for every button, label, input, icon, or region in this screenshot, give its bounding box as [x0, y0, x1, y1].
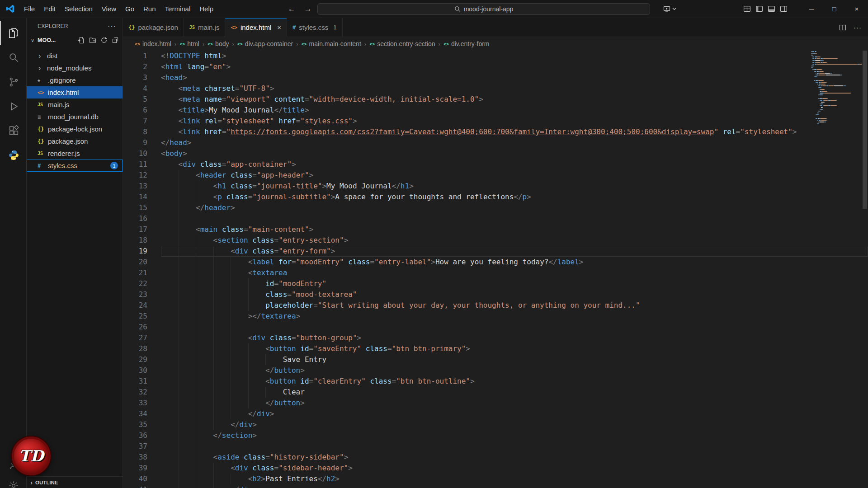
tab-package.json[interactable]: {}package.json	[123, 18, 184, 37]
file-row-node_modules[interactable]: ›node_modules	[27, 62, 123, 74]
minimize-button[interactable]: ─	[800, 0, 823, 18]
code-line-39[interactable]: 39 <div class="sidebar-header">	[123, 463, 868, 474]
breadcrumb-item-section.entry-section[interactable]: <>section.entry-section	[369, 40, 435, 47]
explorer-activity-button[interactable]	[0, 21, 26, 45]
menu-go[interactable]: Go	[121, 3, 139, 14]
refresh-button[interactable]	[100, 37, 108, 44]
code-line-4[interactable]: 4 <meta charset="UTF-8">	[123, 83, 868, 94]
code-line-29[interactable]: 29 Save Entry	[123, 354, 868, 365]
code-line-33[interactable]: 33 </button>	[123, 398, 868, 408]
file-row-index.html[interactable]: <>index.html	[27, 86, 123, 99]
code-line-14[interactable]: 14 <p class="journal-subtitle">A space f…	[123, 192, 868, 202]
command-center-search[interactable]: mood-journal-app	[317, 3, 650, 15]
code-line-3[interactable]: 3<head>	[123, 72, 868, 83]
code-line-26[interactable]: 26	[123, 322, 868, 333]
code-editor[interactable]: 1<!DOCTYPE html>2<html lang="en">3<head>…	[123, 51, 868, 488]
code-line-38[interactable]: 38 <aside class="history-sidebar">	[123, 452, 868, 463]
code-line-12[interactable]: 12 <header class="app-header">	[123, 170, 868, 181]
customize-layout-icon[interactable]	[743, 5, 751, 13]
code-line-28[interactable]: 28 <button id="saveEntry" class="btn btn…	[123, 343, 868, 354]
code-line-15[interactable]: 15 </header>	[123, 202, 868, 213]
code-line-1[interactable]: 1<!DOCTYPE html>	[123, 51, 868, 61]
file-row-dist[interactable]: ›dist	[27, 50, 123, 62]
file-row-.gitignore[interactable]: ◆.gitignore	[27, 74, 123, 86]
code-line-20[interactable]: 20 <label for="moodEntry" class="entry-l…	[123, 257, 868, 267]
code-line-7[interactable]: 7 <link rel="stylesheet" href="styles.cs…	[123, 116, 868, 127]
python-activity-button[interactable]	[0, 143, 26, 167]
file-row-styles.css[interactable]: #styles.css1	[27, 160, 123, 172]
code-line-31[interactable]: 31 <button id="clearEntry" class="btn bt…	[123, 376, 868, 387]
code-line-36[interactable]: 36 </section>	[123, 430, 868, 441]
breadcrumb-item-html[interactable]: <>html	[179, 40, 199, 47]
extensions-activity-button[interactable]	[0, 118, 26, 143]
run-debug-activity-button[interactable]	[0, 94, 26, 118]
code-line-2[interactable]: 2<html lang="en">	[123, 61, 868, 72]
forward-button[interactable]: →	[301, 5, 315, 14]
code-line-27[interactable]: 27 <div class="button-group">	[123, 333, 868, 343]
tab-styles.css[interactable]: #styles.css1	[287, 18, 342, 37]
menu-terminal[interactable]: Terminal	[160, 3, 195, 14]
code-line-37[interactable]: 37	[123, 441, 868, 452]
code-line-22[interactable]: 22 id="moodEntry"	[123, 278, 868, 289]
code-line-40[interactable]: 40 <h2>Past Entries</h2>	[123, 474, 868, 484]
code-line-6[interactable]: 6 <title>My Mood Journal</title>	[123, 105, 868, 116]
editor-more-actions-icon[interactable]: ···	[854, 23, 862, 31]
code-line-9[interactable]: 9</head>	[123, 137, 868, 148]
code-line-41[interactable]: 41 </div>	[123, 484, 868, 488]
toggle-primary-sidebar-icon[interactable]	[755, 5, 763, 13]
menu-help[interactable]: Help	[195, 3, 218, 14]
collapse-all-button[interactable]	[112, 37, 119, 44]
code-line-25[interactable]: 25 ></textarea>	[123, 311, 868, 322]
code-line-18[interactable]: 18 <section class="entry-section">	[123, 235, 868, 246]
code-line-5[interactable]: 5 <meta name="viewport" content="width=d…	[123, 94, 868, 105]
file-row-package.json[interactable]: {}package.json	[27, 135, 123, 147]
outline-section-header[interactable]: › OUTLINE	[27, 476, 123, 488]
tab-index.html[interactable]: <>index.html×	[225, 18, 287, 37]
breadcrumb-item-div.entry-form[interactable]: <>div.entry-form	[443, 40, 490, 47]
tab-main.js[interactable]: JSmain.js	[184, 18, 226, 37]
more-actions-icon[interactable]: ···	[108, 22, 116, 30]
close-icon[interactable]: ×	[277, 23, 281, 31]
toggle-secondary-sidebar-icon[interactable]	[780, 5, 788, 13]
vertical-scrollbar[interactable]	[862, 51, 868, 488]
split-editor-button[interactable]	[839, 24, 846, 31]
code-line-11[interactable]: 11 <div class="app-container">	[123, 159, 868, 170]
toggle-panel-icon[interactable]	[768, 5, 775, 13]
code-line-30[interactable]: 30 </button>	[123, 365, 868, 376]
code-line-21[interactable]: 21 <textarea	[123, 267, 868, 278]
code-line-13[interactable]: 13 <h1 class="journal-title">My Mood Jou…	[123, 181, 868, 192]
cast-icon[interactable]	[663, 5, 676, 13]
file-row-renderer.js[interactable]: JSrenderer.js	[27, 147, 123, 160]
maximize-button[interactable]: □	[823, 0, 845, 18]
menu-file[interactable]: File	[19, 3, 39, 14]
scrollbar-thumb[interactable]	[863, 51, 867, 209]
breadcrumb-item-body[interactable]: <>body	[208, 40, 229, 47]
breadcrumb-item-main.main-content[interactable]: <>main.main-content	[302, 40, 361, 47]
back-button[interactable]: ←	[285, 5, 298, 14]
menu-selection[interactable]: Selection	[60, 3, 97, 14]
breadcrumb-item-div.app-container[interactable]: <>div.app-container	[237, 40, 293, 47]
code-line-23[interactable]: 23 class="mood-textarea"	[123, 289, 868, 300]
code-line-19[interactable]: 19 <div class="entry-form">	[123, 246, 868, 257]
code-line-17[interactable]: 17 <main class="main-content">	[123, 224, 868, 235]
new-folder-button[interactable]	[89, 37, 96, 44]
new-file-button[interactable]	[78, 37, 85, 44]
code-line-24[interactable]: 24 placeholder="Start writing about your…	[123, 300, 868, 311]
source-control-activity-button[interactable]	[0, 70, 26, 94]
menu-run[interactable]: Run	[139, 3, 160, 14]
menu-view[interactable]: View	[97, 3, 121, 14]
file-row-main.js[interactable]: JSmain.js	[27, 99, 123, 111]
code-line-34[interactable]: 34 </div>	[123, 408, 868, 419]
code-line-32[interactable]: 32 Clear	[123, 387, 868, 398]
breadcrumb-item-index.html[interactable]: <>index.html	[135, 40, 171, 47]
code-line-8[interactable]: 8 <link href="https://fonts.googleapis.c…	[123, 127, 868, 137]
workspace-folder-header[interactable]: ∨ MOO...	[27, 34, 123, 46]
code-line-35[interactable]: 35 </div>	[123, 419, 868, 430]
code-line-10[interactable]: 10<body>	[123, 148, 868, 159]
file-row-package-lock.json[interactable]: {}package-lock.json	[27, 123, 123, 135]
file-row-mood_journal.db[interactable]: ≡mood_journal.db	[27, 111, 123, 123]
minimap[interactable]	[811, 51, 862, 488]
close-button[interactable]: ×	[845, 0, 868, 18]
settings-gear-button[interactable]	[0, 475, 26, 488]
code-line-16[interactable]: 16	[123, 213, 868, 224]
